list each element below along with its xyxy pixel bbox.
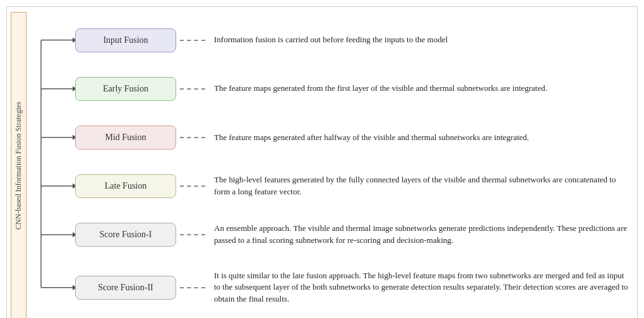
row-score1-fusion: Score Fusion-IAn ensemble approach. The … (75, 218, 637, 251)
svg-marker-6 (73, 135, 75, 140)
vertical-label-container: CNN-based Information Fusion Strategies (7, 12, 30, 318)
row-mid-fusion: Mid FusionThe feature maps generated aft… (75, 121, 637, 154)
row-early-fusion: Early FusionThe feature maps generated f… (75, 73, 637, 105)
description-input-fusion: Information fusion is carried out before… (209, 31, 453, 49)
dashed-line-score2-fusion (180, 287, 205, 288)
fusion-box-late-fusion: Late Fusion (75, 174, 176, 198)
fusion-box-mid-fusion: Mid Fusion (75, 126, 176, 150)
svg-marker-2 (73, 38, 75, 43)
row-score2-fusion: Score Fusion-IIIt is quite similar to th… (75, 267, 637, 308)
dashed-line-mid-fusion (180, 137, 205, 138)
row-late-fusion: Late FusionThe high-level features gener… (75, 170, 637, 203)
description-score2-fusion: It is quite similar to the late fusion a… (209, 267, 637, 308)
tree-lines-svg (30, 12, 75, 318)
row-input-fusion: Input FusionInformation fusion is carrie… (75, 24, 637, 57)
svg-marker-12 (73, 285, 75, 290)
fusion-box-score2-fusion: Score Fusion-II (75, 276, 176, 300)
dashed-line-input-fusion (180, 40, 205, 41)
description-mid-fusion: The feature maps generated after halfway… (209, 129, 534, 146)
dashed-line-late-fusion (180, 186, 205, 187)
vertical-label: CNN-based Information Fusion Strategies (11, 12, 27, 318)
main-container: CNN-based Information Fusion Strategies … (6, 6, 638, 318)
description-score1-fusion: An ensemble approach. The visible and th… (209, 220, 637, 249)
description-late-fusion: The high-level features generated by the… (209, 171, 637, 201)
svg-marker-8 (73, 184, 75, 189)
dashed-line-score1-fusion (180, 234, 205, 235)
diagram-area: CNN-based Information Fusion Strategies … (6, 6, 638, 318)
dashed-line-early-fusion (180, 88, 205, 90)
tree-svg-column (30, 12, 75, 318)
fusion-box-early-fusion: Early Fusion (75, 77, 176, 101)
rows-column: Input FusionInformation fusion is carrie… (75, 12, 637, 318)
svg-marker-4 (73, 86, 75, 91)
fusion-box-score1-fusion: Score Fusion-I (75, 223, 176, 247)
svg-marker-10 (73, 232, 75, 237)
fusion-box-input-fusion: Input Fusion (75, 28, 176, 52)
description-early-fusion: The feature maps generated from the firs… (209, 80, 552, 97)
tree-and-rows: Input FusionInformation fusion is carrie… (30, 12, 637, 318)
